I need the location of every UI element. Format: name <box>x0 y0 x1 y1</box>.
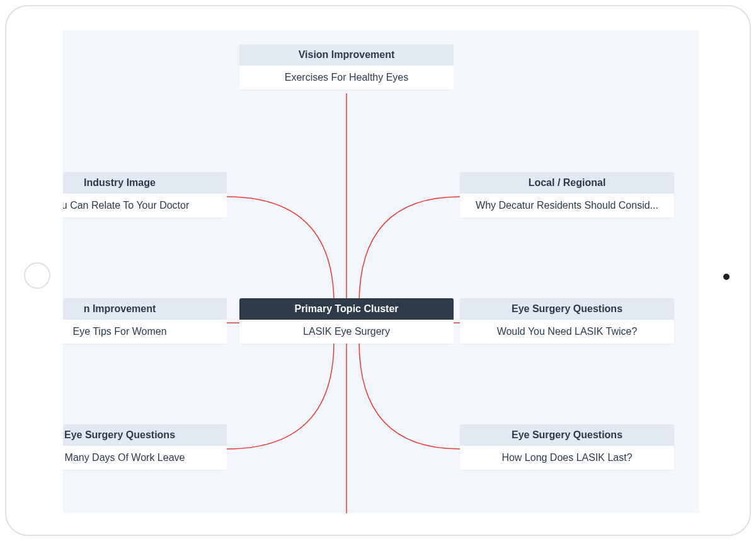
node-body: LASIK Eye Surgery <box>239 320 454 344</box>
node-header: Primary Topic Cluster <box>239 298 454 320</box>
tablet-frame: Vision Improvement Exercises For Healthy… <box>5 5 751 536</box>
node-body: Would You Need LASIK Twice? <box>460 320 674 344</box>
node-body: Why Decatur Residents Should Consid... <box>460 194 674 218</box>
node-body: Exercises For Healthy Eyes <box>239 66 454 90</box>
node-body: Eye Tips For Women <box>63 320 227 344</box>
node-primary-topic-cluster[interactable]: Primary Topic Cluster LASIK Eye Surgery <box>239 298 454 344</box>
node-header: Eye Surgery Questions <box>460 424 674 446</box>
connector-botright <box>359 342 460 449</box>
tablet-speaker <box>24 262 50 289</box>
node-local-regional[interactable]: Local / Regional Why Decatur Residents S… <box>460 172 674 218</box>
node-header: Industry Image <box>63 172 227 194</box>
tablet-home-button[interactable] <box>723 274 730 280</box>
node-eye-surgery-questions-left[interactable]: Eye Surgery Questions w Many Days Of Wor… <box>63 424 227 470</box>
node-eye-surgery-questions-bottom-right[interactable]: Eye Surgery Questions How Long Does LASI… <box>460 424 674 470</box>
node-eye-surgery-questions-right[interactable]: Eye Surgery Questions Would You Need LAS… <box>460 298 674 344</box>
node-body: w Many Days Of Work Leave <box>63 446 227 470</box>
connector-topleft <box>227 197 334 304</box>
node-industry-image[interactable]: Industry Image You Can Relate To Your Do… <box>63 172 227 218</box>
connector-topright <box>359 197 460 304</box>
node-header: Eye Surgery Questions <box>460 298 674 320</box>
node-body: How Long Does LASIK Last? <box>460 446 674 470</box>
node-header: Local / Regional <box>460 172 674 194</box>
diagram-canvas: Vision Improvement Exercises For Healthy… <box>63 30 699 513</box>
node-header: n Improvement <box>63 298 227 320</box>
node-header: Eye Surgery Questions <box>63 424 227 446</box>
connector-botleft <box>227 342 334 449</box>
node-header: Vision Improvement <box>239 44 454 66</box>
node-body: You Can Relate To Your Doctor <box>63 194 227 218</box>
node-vision-improvement-top[interactable]: Vision Improvement Exercises For Healthy… <box>239 44 454 90</box>
node-vision-improvement-left[interactable]: n Improvement Eye Tips For Women <box>63 298 227 344</box>
